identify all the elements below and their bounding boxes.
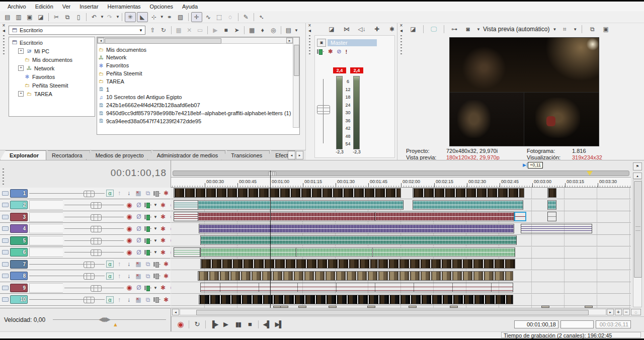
track-level-slider[interactable] xyxy=(64,228,124,229)
track-header-1[interactable]: 1α↑↓▦✕⧉✱⊘! xyxy=(0,188,171,199)
track-level-handle[interactable] xyxy=(91,214,102,221)
track-fx-icon[interactable]: ✱ xyxy=(159,249,167,256)
compositing-parent-icon[interactable]: ↑ xyxy=(115,190,123,197)
peak-right[interactable]: 2,4 xyxy=(350,67,363,73)
grid-overlay-icon[interactable]: ⌗ xyxy=(559,25,570,34)
audio-clip[interactable] xyxy=(547,200,556,210)
minimize-track-icon[interactable] xyxy=(2,286,9,290)
track-fader-icon[interactable] xyxy=(144,215,151,219)
audio-clip[interactable] xyxy=(514,212,526,221)
track-header-6[interactable]: 6◉Ø▼✱⊘! xyxy=(0,247,171,259)
undo-icon[interactable]: ↶ xyxy=(89,13,99,22)
track-name-field[interactable] xyxy=(29,212,63,222)
redo-icon[interactable]: ↷ xyxy=(105,13,115,22)
media-manager-icon[interactable]: ▦ xyxy=(247,26,257,35)
chevron-down-icon[interactable]: ▼ xyxy=(160,15,164,19)
file-item[interactable]: 🖧Network xyxy=(98,54,292,62)
insert-bus-icon[interactable]: ✚ xyxy=(372,25,382,34)
audio-clip[interactable] xyxy=(296,247,373,257)
compositing-mode-icon[interactable]: ⧉ xyxy=(144,296,152,303)
track-level-slider[interactable] xyxy=(29,299,105,300)
bus-properties-icon[interactable]: ▣ xyxy=(317,39,326,47)
marker-tool-icon[interactable]: ⚑ xyxy=(633,162,642,171)
auto-preview-icon[interactable]: ➤ xyxy=(232,26,242,35)
fader-mode-icon[interactable] xyxy=(317,49,324,54)
file-item[interactable]: 🗀TAREA xyxy=(98,77,292,86)
web-search-icon[interactable]: ◎ xyxy=(269,26,278,35)
go-to-end-button[interactable]: ▶▌ xyxy=(273,319,285,330)
track-header-4[interactable]: 4◉Ø▼✱⊘! xyxy=(0,223,171,235)
playhead-cursor[interactable] xyxy=(270,171,271,308)
track-fader-icon[interactable] xyxy=(144,286,151,290)
zoom-out-icon[interactable]: − xyxy=(623,309,630,315)
track-level-slider[interactable] xyxy=(29,276,105,276)
new-folder-icon[interactable]: ▩ xyxy=(174,26,184,35)
tree-item-mis-documentos[interactable]: 🗀Mis documentos xyxy=(9,55,95,64)
track-number-badge[interactable]: 4 xyxy=(10,224,28,233)
phase-invert-icon[interactable]: Ø xyxy=(135,237,143,244)
audio-clip[interactable] xyxy=(375,212,514,221)
minimize-track-icon[interactable] xyxy=(2,297,9,302)
phase-invert-icon[interactable]: Ø xyxy=(135,213,143,220)
address-combo[interactable]: 🗔 Escritorio ▼ xyxy=(9,26,145,35)
track-level-handle[interactable] xyxy=(91,285,102,292)
drag-grip[interactable] xyxy=(3,168,4,186)
new-project-icon[interactable]: ▤ xyxy=(3,13,13,22)
copy-icon[interactable]: ⧉ xyxy=(62,13,72,22)
track-fader-icon[interactable] xyxy=(144,203,151,207)
lock-envelopes-icon[interactable]: ⊹ xyxy=(149,13,159,22)
scroll-right-icon[interactable]: ▸ xyxy=(607,309,614,315)
start-preview-icon[interactable]: ▶ xyxy=(210,26,220,35)
track-header-10[interactable]: 10α↑↓▦✕⧉✱⊘! xyxy=(0,294,171,306)
tree-item-favoritos[interactable]: ✻Favoritos xyxy=(9,72,95,81)
expander-icon[interactable]: + xyxy=(18,91,24,97)
track-fader-icon[interactable] xyxy=(153,191,160,196)
track-header-3[interactable]: 3◉Ø▼✱⊘! xyxy=(0,211,171,223)
up-folder-icon[interactable]: ⇧ xyxy=(148,26,157,35)
video-clip[interactable] xyxy=(413,188,524,198)
properties-icon[interactable]: ◪ xyxy=(408,25,418,34)
zoom-in-icon[interactable]: + xyxy=(615,309,622,315)
track-header-9[interactable]: 9◉Ø▼✱⊘! xyxy=(0,282,171,294)
go-to-start-button[interactable]: ◀▌ xyxy=(261,319,273,330)
file-item[interactable]: 🖻242b1e6662e4f4d42f3b128aafd6eb07 xyxy=(98,101,292,109)
arm-record-icon[interactable]: ◉ xyxy=(125,213,133,220)
bypass-motion-blur-icon[interactable]: ▦✕ xyxy=(134,261,142,268)
video-clip[interactable] xyxy=(450,306,458,308)
normal-edit-tool-icon[interactable]: ✛ xyxy=(191,12,202,22)
generated-media-icon[interactable]: α xyxy=(106,190,114,197)
track-lane-4[interactable] xyxy=(171,223,631,235)
audio-clip[interactable] xyxy=(413,200,523,210)
audio-clip[interactable] xyxy=(200,247,297,257)
track-name-field[interactable] xyxy=(29,200,63,210)
preview-quality-label[interactable]: Vista previa (automático) xyxy=(483,26,550,33)
chevron-down-icon[interactable]: ▼ xyxy=(153,250,157,254)
scroll-left-icon[interactable]: ◂ xyxy=(172,309,179,315)
master-title[interactable]: Master xyxy=(328,39,377,46)
chevron-down-icon[interactable]: ▼ xyxy=(153,215,157,219)
play-button[interactable]: ▶ xyxy=(220,319,232,330)
pause-button[interactable]: ▮▮ xyxy=(232,319,244,330)
file-item[interactable]: 🖻9450d9cc9df8579798e998b7e4218ebf--alpha… xyxy=(98,109,292,117)
track-level-slider[interactable] xyxy=(29,264,105,265)
audio-clip[interactable] xyxy=(174,212,198,221)
track-number-badge[interactable]: 3 xyxy=(10,213,28,221)
selection-edit-tool-icon[interactable]: ⬚ xyxy=(214,13,224,22)
track-lane-9[interactable] xyxy=(171,282,631,294)
track-name-field[interactable] xyxy=(29,283,63,293)
dim-output-icon[interactable]: ◁↓ xyxy=(357,25,367,34)
preview-quality-icon[interactable]: ◙ xyxy=(463,25,473,34)
save-frame-icon[interactable]: ▣ xyxy=(601,25,611,34)
video-clip[interactable] xyxy=(198,271,513,281)
solo-icon[interactable]: ! xyxy=(345,49,347,55)
file-item[interactable]: 🖻9ca94eed38a0547f741239f2472dde95 xyxy=(98,117,292,125)
chevron-down-icon[interactable]: ▼ xyxy=(552,27,556,32)
chevron-down-icon[interactable]: ▼ xyxy=(573,27,577,32)
pin-icon[interactable]: ◂ xyxy=(306,28,313,33)
delete-icon[interactable]: ✕ xyxy=(185,26,194,35)
properties-icon[interactable]: ◪ xyxy=(36,13,46,22)
track-fx-icon[interactable]: ✱ xyxy=(162,296,170,303)
copy-frame-icon[interactable]: ⧉ xyxy=(587,25,597,34)
track-lane-2[interactable] xyxy=(171,200,631,211)
phase-invert-icon[interactable]: Ø xyxy=(135,249,143,256)
